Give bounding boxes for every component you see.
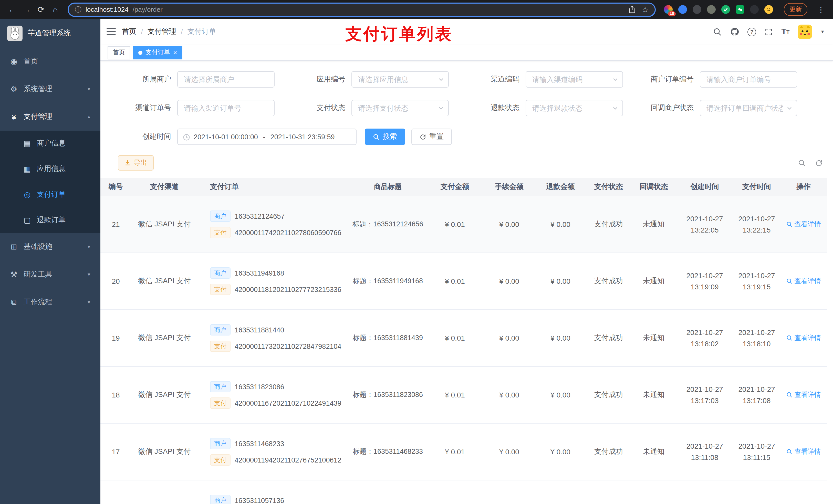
refresh-icon[interactable]: [815, 159, 823, 167]
github-icon[interactable]: [730, 27, 739, 37]
sidebar-item-refund-order[interactable]: ▢ 退款订单: [0, 208, 100, 233]
tab-label: 首页: [113, 48, 125, 57]
cell-notify: 未通知: [631, 333, 676, 343]
sidebar-item-label: 应用信息: [37, 164, 66, 174]
sidebar-item-infrastructure[interactable]: ⊞ 基础设施 ▼: [0, 233, 100, 261]
browser-menu-icon[interactable]: ⋮: [817, 5, 825, 14]
grid-icon: ▦: [23, 164, 32, 174]
cell-refund: ¥ 0.00: [535, 220, 586, 229]
table-row[interactable]: 20 微信 JSAPI 支付 商户 1635311949168 支付 42000…: [100, 253, 827, 310]
breadcrumb-home[interactable]: 首页: [122, 27, 136, 37]
back-icon[interactable]: ←: [5, 2, 20, 17]
extension-colorful-icon[interactable]: 10: [664, 5, 673, 14]
cell-id: 19: [100, 334, 131, 342]
breadcrumb-current: 支付订单: [188, 27, 216, 37]
extension-emoji-icon[interactable]: [764, 5, 773, 14]
col-notify: 回调状态: [631, 182, 676, 191]
search-icon[interactable]: [713, 27, 722, 36]
sidebar-item-home[interactable]: ◉ 首页: [0, 48, 100, 75]
table-row[interactable]: 18 微信 JSAPI 支付 商户 1635311823086 支付 42000…: [100, 367, 827, 424]
view-detail-link[interactable]: 查看详情: [786, 447, 821, 456]
reset-button[interactable]: 重置: [411, 128, 452, 145]
cell-refund: ¥ 0.00: [535, 277, 586, 285]
cell-status: 支付成功: [586, 390, 631, 400]
view-detail-link[interactable]: 查看详情: [786, 277, 821, 286]
main-content: 首页 / 支付管理 / 支付订单 支付订单列表 ?: [100, 19, 833, 504]
app-select[interactable]: [352, 71, 449, 88]
create-time-range-picker[interactable]: 2021-10-01 00:00:00 - 2021-10-31 23:59:5…: [177, 128, 357, 145]
date-separator: -: [262, 133, 267, 141]
browser-update-button[interactable]: 更新: [784, 3, 807, 16]
extension-check-icon[interactable]: [721, 5, 730, 14]
extension-dark-icon[interactable]: [750, 5, 759, 14]
forward-icon[interactable]: →: [20, 2, 34, 17]
channel-code-input[interactable]: [526, 71, 623, 88]
user-avatar[interactable]: [798, 25, 812, 39]
site-info-icon[interactable]: ⓘ: [75, 5, 81, 14]
table-row[interactable]: 17 微信 JSAPI 支付 商户 1635311468233 支付 42000…: [100, 424, 827, 480]
cell-pay-time: 2021-10-2713:18:10: [733, 327, 780, 349]
sidebar-item-payment[interactable]: ¥ 支付管理 ▲: [0, 103, 100, 130]
hide-search-icon[interactable]: [798, 159, 806, 167]
reload-icon[interactable]: ⟳: [34, 2, 48, 17]
table-row[interactable]: 商户 1635311057136 支付 查看详情: [100, 480, 827, 504]
close-icon[interactable]: ×: [173, 49, 177, 56]
cell-channel: 微信 JSAPI 支付: [131, 220, 198, 229]
sidebar-item-dev-tools[interactable]: ⚒ 研发工具 ▼: [0, 261, 100, 288]
cell-create-time: 2021-10-2713:18:02: [676, 327, 733, 349]
view-detail-link[interactable]: 查看详情: [786, 390, 821, 400]
chevron-down-icon: ▼: [87, 87, 91, 92]
cell-actions: 查看详情: [780, 333, 827, 343]
hamburger-icon[interactable]: [100, 19, 122, 45]
cell-pay-time: 2021-10-2713:22:15: [733, 213, 780, 236]
extension-blue-icon[interactable]: [678, 5, 687, 14]
col-actions: 操作: [780, 182, 827, 191]
extension-gray-icon[interactable]: [707, 5, 716, 14]
sidebar-item-merchant-info[interactable]: ▤ 商户信息: [0, 130, 100, 156]
refund-status-select[interactable]: [526, 100, 623, 116]
help-icon[interactable]: ?: [747, 27, 756, 36]
bookmark-star-icon[interactable]: ☆: [642, 5, 648, 14]
search-button[interactable]: 搜索: [365, 128, 405, 145]
notify-status-select[interactable]: [700, 100, 797, 116]
table-row[interactable]: 21 微信 JSAPI 支付 商户 1635312124657 支付 42000…: [100, 196, 827, 253]
cell-actions: 查看详情: [780, 220, 827, 229]
pay-status-select[interactable]: [352, 100, 449, 116]
export-button[interactable]: 导出: [118, 155, 154, 171]
extension-globe-icon[interactable]: [693, 5, 701, 14]
sidebar-item-system[interactable]: ⚙ 系统管理 ▼: [0, 75, 100, 103]
cell-amount: ¥ 0.01: [426, 277, 484, 285]
cell-fee: ¥ 0.00: [484, 277, 535, 285]
tab-home[interactable]: 首页: [108, 46, 130, 59]
fullscreen-icon[interactable]: [764, 27, 773, 36]
notify-status-label: 回调商户状态: [623, 103, 700, 113]
tab-pay-order[interactable]: 支付订单 ×: [133, 46, 182, 59]
cell-status: 支付成功: [586, 220, 631, 229]
channel-order-no-input[interactable]: [177, 100, 275, 116]
cell-pay-order: 商户 1635311468233 支付 42000011942021102767…: [198, 438, 349, 465]
clock-icon: [183, 133, 190, 141]
extension-chat-icon[interactable]: [736, 5, 744, 14]
sidebar-item-app-info[interactable]: ▦ 应用信息: [0, 156, 100, 182]
share-icon[interactable]: [628, 6, 636, 13]
cell-id: 21: [100, 220, 131, 229]
table-row[interactable]: 19 微信 JSAPI 支付 商户 1635311881440 支付 42000…: [100, 310, 827, 367]
cell-pay-order: 商户 1635312124657 支付 42000011742021102780…: [198, 211, 349, 238]
pay-tag: 支付: [210, 398, 231, 409]
sidebar-item-pay-order[interactable]: ◎ 支付订单: [0, 182, 100, 208]
sidebar-item-workflow[interactable]: ⧉ 工作流程 ▼: [0, 288, 100, 316]
home-icon[interactable]: ⌂: [48, 2, 63, 17]
merchant-select[interactable]: [177, 71, 275, 88]
merchant-order-no: 1635311057136: [235, 497, 284, 504]
avatar-caret-icon[interactable]: ▼: [820, 29, 825, 34]
merchant-order-no-input[interactable]: [700, 71, 797, 88]
cell-actions: 查看详情: [780, 277, 827, 286]
view-detail-link[interactable]: 查看详情: [786, 333, 821, 343]
sidebar-item-label: 支付管理: [24, 112, 52, 121]
breadcrumb-payment[interactable]: 支付管理: [147, 27, 176, 37]
view-detail-link[interactable]: 查看详情: [786, 220, 821, 229]
address-bar[interactable]: ⓘ localhost:1024/pay/order ☆: [68, 2, 656, 17]
col-title: 商品标题: [349, 182, 426, 191]
cell-create-time: 2021-10-2713:22:05: [676, 213, 733, 236]
font-size-icon[interactable]: TT: [781, 27, 789, 37]
